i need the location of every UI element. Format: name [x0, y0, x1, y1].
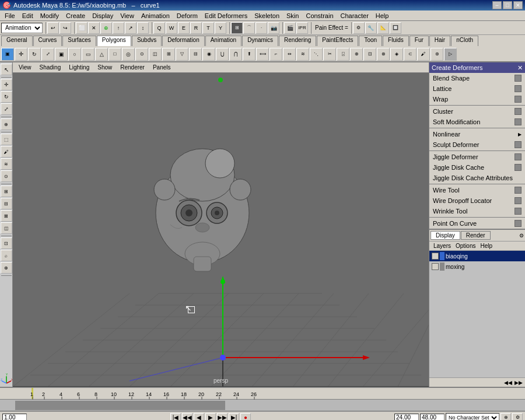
- tab-ncloth[interactable]: nCloth: [451, 36, 478, 46]
- tool-rotate[interactable]: ↻: [1, 91, 12, 103]
- menu-character[interactable]: Character: [337, 11, 372, 20]
- le-menu-help[interactable]: Help: [478, 243, 494, 249]
- icon-paint[interactable]: 🖌: [417, 48, 430, 61]
- le-tab-render[interactable]: Render: [461, 231, 491, 240]
- icon-scale[interactable]: ⤢: [41, 48, 54, 61]
- icon-multi[interactable]: ⊗: [377, 48, 390, 61]
- deformer-option-icon[interactable]: [514, 208, 522, 215]
- tab-curves[interactable]: Curves: [33, 36, 62, 46]
- icon-select[interactable]: ▣: [1, 48, 14, 61]
- tb-snap-point[interactable]: ·: [256, 22, 267, 34]
- icon-cut[interactable]: ⌺: [337, 48, 349, 61]
- deformer-wrinkle[interactable]: Wrinkle Tool: [429, 206, 525, 216]
- tool-view1[interactable]: ⊞: [1, 186, 12, 197]
- deformer-jiggle-disk-attr[interactable]: Jiggle Disk Cache Attributes: [429, 173, 525, 183]
- icon-nurbs-sphere[interactable]: ⊙: [135, 48, 148, 61]
- menu-view[interactable]: View: [117, 11, 138, 20]
- tb-btn-1[interactable]: ↩: [47, 22, 59, 34]
- vp-menu-panels[interactable]: Panels: [149, 64, 174, 71]
- icon-bridge[interactable]: ⟺: [256, 48, 269, 61]
- tool-paint[interactable]: 🖌: [1, 146, 12, 158]
- tool-dolly[interactable]: ⊕: [1, 262, 12, 274]
- menu-skeleton[interactable]: Skeleton: [251, 11, 283, 20]
- tb-btn-y[interactable]: Y: [215, 22, 226, 34]
- tb-btn-7[interactable]: ↗: [125, 22, 136, 34]
- layer-scroll-right[interactable]: ▶▶: [513, 380, 524, 386]
- menu-constrain[interactable]: Constrain: [302, 11, 337, 20]
- menu-edit[interactable]: Edit: [19, 11, 37, 20]
- tb-btn-e[interactable]: E: [178, 22, 190, 34]
- btn-start-prev[interactable]: |◀: [170, 413, 181, 421]
- icon-rotate[interactable]: ↻: [28, 48, 41, 61]
- deformer-lattice[interactable]: Lattice: [429, 83, 525, 94]
- menu-file[interactable]: File: [1, 11, 19, 20]
- tab-polygons[interactable]: Polygons: [97, 36, 131, 46]
- btn-options[interactable]: ⚙: [512, 413, 523, 421]
- icon-sphere[interactable]: ○: [68, 48, 81, 61]
- tab-toon[interactable]: Toon: [359, 36, 382, 46]
- icon-nurbs-cube[interactable]: ◫: [149, 48, 162, 61]
- tb-btn-5[interactable]: ⊕: [100, 22, 112, 34]
- vp-menu-view[interactable]: View: [15, 64, 35, 71]
- icon-nurbs-cone[interactable]: ▽: [176, 48, 188, 61]
- icon-subdiv[interactable]: ⋱: [310, 48, 323, 61]
- icon-nurbs-torus[interactable]: ◉: [202, 48, 215, 61]
- tab-deformation[interactable]: Deformation: [162, 36, 204, 46]
- tool-track[interactable]: ⊡: [1, 237, 12, 249]
- btn-play-fwd[interactable]: ▶: [205, 413, 216, 421]
- tab-subdvs[interactable]: Subdvs: [132, 36, 162, 46]
- menu-display[interactable]: Display: [89, 11, 117, 20]
- deformers-header[interactable]: Create Deformers ✕: [429, 62, 525, 73]
- btn-play-back[interactable]: ▶▶: [217, 413, 228, 421]
- icon-cube[interactable]: ▣: [55, 48, 68, 61]
- icon-select2[interactable]: ◈: [390, 48, 403, 61]
- layer-vis-icon[interactable]: [432, 263, 439, 270]
- deformer-point-on-curve[interactable]: Point On Curve: [429, 218, 525, 229]
- deformer-sculpt[interactable]: Sculpt Deformer: [429, 139, 525, 150]
- menu-animation[interactable]: Animation: [138, 11, 173, 20]
- icon-plane[interactable]: □: [108, 48, 121, 61]
- deformer-option-icon[interactable]: [514, 118, 522, 125]
- btn-anim-layer[interactable]: ⊕: [501, 413, 511, 421]
- icon-cmds[interactable]: ⊛: [430, 48, 443, 61]
- range-end-input[interactable]: [420, 414, 444, 421]
- deformer-option-icon[interactable]: [514, 141, 522, 148]
- tool-select[interactable]: ↖: [1, 64, 12, 75]
- tool-show-manip[interactable]: ⊕: [1, 118, 12, 130]
- menu-modify[interactable]: Modify: [37, 11, 62, 20]
- icon-smooth[interactable]: ≋: [296, 48, 309, 61]
- icon-nurbs-cyl[interactable]: ⊞: [162, 48, 175, 61]
- icon-insert[interactable]: ⊕: [350, 48, 363, 61]
- deformer-option-icon[interactable]: [514, 96, 522, 103]
- deformer-option-icon[interactable]: [514, 108, 522, 115]
- tab-surfaces[interactable]: Surfaces: [62, 36, 96, 46]
- layer-row-moxing[interactable]: moxing: [429, 261, 525, 272]
- deformer-option-icon[interactable]: [514, 220, 522, 227]
- deformer-option-icon[interactable]: [514, 187, 522, 194]
- tb-btn-4[interactable]: ✕: [88, 22, 100, 34]
- icon-extrude[interactable]: ⬆: [243, 48, 256, 61]
- maximize-button[interactable]: □: [503, 1, 512, 9]
- tool-scale[interactable]: ⤢: [1, 103, 12, 115]
- tab-dynamics[interactable]: Dynamics: [242, 36, 278, 46]
- menu-create[interactable]: Create: [62, 11, 89, 20]
- menu-help[interactable]: Help: [372, 11, 393, 20]
- le-options-btn[interactable]: ⚙: [519, 233, 524, 239]
- icon-nurbs-plane[interactable]: ⊟: [189, 48, 202, 61]
- icon-bevel[interactable]: ⌐: [270, 48, 282, 61]
- icon-cone[interactable]: △: [95, 48, 108, 61]
- deformer-option-icon[interactable]: [514, 85, 522, 92]
- deformer-cluster[interactable]: Cluster: [429, 106, 525, 117]
- icon-cylinder[interactable]: ▭: [82, 48, 94, 61]
- end-frame-input[interactable]: [394, 414, 419, 421]
- icon-move[interactable]: ✛: [15, 48, 27, 61]
- tool-view3[interactable]: ⊠: [1, 210, 12, 222]
- deformer-wire[interactable]: Wire Tool: [429, 185, 525, 195]
- layer-vis-icon[interactable]: [432, 253, 439, 260]
- tb-snap-curve[interactable]: ⌒: [243, 22, 255, 34]
- tool-view4[interactable]: ◫: [1, 222, 12, 234]
- menu-skin[interactable]: Skin: [283, 11, 302, 20]
- tool-sculpt[interactable]: ⊙: [1, 170, 12, 182]
- btn-record[interactable]: ●: [240, 413, 251, 421]
- icon-more[interactable]: ▷: [444, 48, 457, 61]
